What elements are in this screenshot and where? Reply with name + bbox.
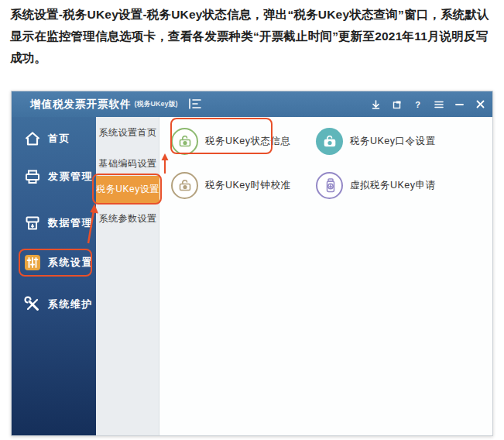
- nav-item-settings[interactable]: 系统设置: [12, 249, 96, 276]
- nav-item-data[interactable]: 数据管理: [12, 210, 96, 236]
- titlebar: 增值税发票开票软件 (税务UKey版) ?: [12, 91, 492, 117]
- nav-item-label: 系统维护: [48, 297, 93, 311]
- fn-item-virtual-ukey[interactable]: 虚拟税务UKey申请: [316, 171, 436, 199]
- tools-icon: [24, 296, 41, 313]
- nav-item-label: 系统设置: [48, 256, 93, 270]
- collapse-sidebar-icon[interactable]: [188, 98, 202, 110]
- fn-item-label: 税务UKey时钟校准: [205, 179, 291, 192]
- fn-item-label: 税务UKey口令设置: [350, 135, 436, 148]
- nav-item-home[interactable]: 首页: [12, 125, 96, 152]
- minimize-icon[interactable]: [454, 99, 465, 109]
- ukey-password-icon: [316, 128, 343, 155]
- fn-item-ukey-clock[interactable]: 税务UKey时钟校准: [171, 171, 291, 199]
- download-icon[interactable]: [371, 99, 381, 109]
- help-icon[interactable]: ?: [413, 99, 423, 109]
- titlebar-actions: ?: [371, 91, 485, 117]
- nav-item-label: 发票管理: [48, 170, 93, 184]
- submenu-item-settings-home[interactable]: 系统设置首页: [96, 126, 159, 139]
- virtual-ukey-icon: [316, 172, 343, 199]
- fn-item-ukey-status[interactable]: 税务UKey状态信息: [171, 127, 291, 155]
- window-restore-icon[interactable]: [392, 99, 402, 109]
- app-window: 增值税发票开票软件 (税务UKey版) ?: [11, 91, 493, 436]
- app-title: 增值税发票开票软件: [30, 98, 132, 112]
- nav-item-label: 首页: [48, 132, 70, 146]
- instruction-text: 系统设置-税务UKey设置-税务UKey状态信息，弹出“税务UKey状态查询”窗…: [10, 4, 499, 69]
- ukey-clock-icon: [171, 172, 198, 199]
- nav-item-label: 数据管理: [48, 216, 93, 230]
- close-icon[interactable]: [475, 99, 485, 109]
- app-edition: (税务UKey版): [135, 99, 178, 109]
- submenu-sidebar: 系统设置首页 基础编码设置 税务UKey设置 系统参数设置: [96, 117, 159, 435]
- fn-item-label: 虚拟税务UKey申请: [350, 179, 436, 192]
- submenu-item-ukey-settings[interactable]: 税务UKey设置: [96, 176, 159, 203]
- data-box-icon: [24, 215, 41, 232]
- menu-icon[interactable]: [434, 99, 444, 109]
- main-panel: 税务UKey状态信息 税务UKey口令设置 税务UKey时钟校准: [159, 117, 492, 435]
- nav-item-maintenance[interactable]: 系统维护: [12, 291, 96, 318]
- fn-item-ukey-password[interactable]: 税务UKey口令设置: [316, 127, 436, 155]
- submenu-item-system-params[interactable]: 系统参数设置: [96, 212, 159, 225]
- nav-sidebar: 首页 发票管理 数据管理: [12, 117, 96, 435]
- ukey-status-icon: [171, 128, 198, 155]
- submenu-item-basic-codes[interactable]: 基础编码设置: [96, 157, 159, 170]
- fn-item-label: 税务UKey状态信息: [205, 135, 291, 148]
- nav-item-invoice[interactable]: 发票管理: [12, 163, 96, 190]
- home-icon: [24, 130, 41, 147]
- sliders-icon: [24, 254, 41, 271]
- printer-icon: [24, 168, 41, 185]
